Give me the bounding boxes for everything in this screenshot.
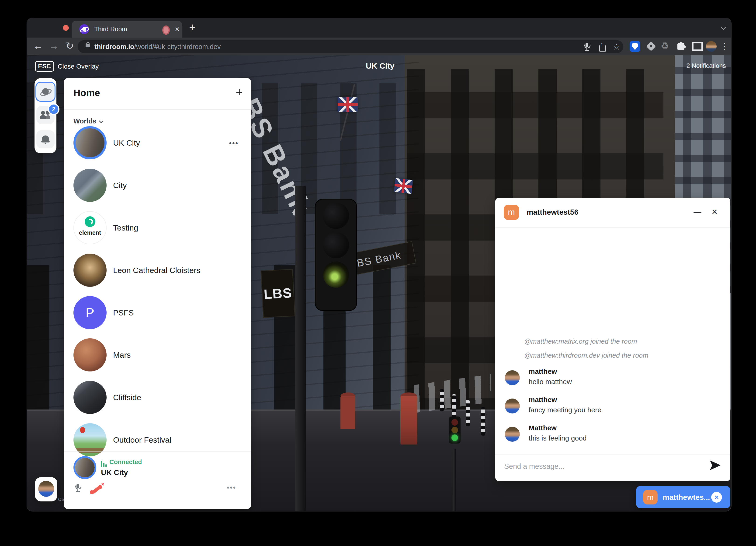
tab-close-icon[interactable]: × (175, 24, 180, 34)
call-pill-avatar: m (643, 490, 658, 504)
extension-recycle-icon[interactable]: ♻ (661, 40, 669, 51)
world-avatar (73, 169, 107, 202)
chat-minimize-icon[interactable] (694, 212, 701, 213)
new-tab-button[interactable]: + (189, 22, 196, 33)
worlds-label: Worlds (73, 117, 96, 125)
extensions-puzzle-icon[interactable] (677, 43, 684, 50)
message-avatar (505, 427, 520, 442)
hangup-call-button[interactable]: × (90, 482, 105, 495)
scene-postbox (340, 395, 355, 429)
mic-permission-icon[interactable] (582, 42, 593, 52)
scene-bollard (440, 389, 444, 411)
left-rail (35, 78, 56, 153)
close-overlay-hint[interactable]: ESC Close Overlay (35, 61, 99, 72)
message-sender: matthew (529, 396, 557, 404)
browser-toolbar: ← → ↻ thirdroom.io/world/#uk-city:thirdr… (27, 38, 731, 55)
world-name: Testing (113, 211, 138, 244)
message-text: hello matthew (529, 378, 572, 386)
scene-union-jack-flag (394, 178, 413, 194)
browser-tab[interactable]: Third Room × (72, 21, 182, 38)
forward-button[interactable]: → (47, 38, 61, 55)
add-world-button[interactable]: + (236, 85, 243, 99)
browser-profile-avatar[interactable] (706, 41, 717, 52)
footer-more-kebab-icon[interactable]: ••• (227, 484, 236, 492)
rail-home-button[interactable] (35, 82, 55, 102)
scene-sign-band: LBS Bank (336, 241, 416, 278)
divider (495, 227, 730, 228)
scene-union-jack-flag (338, 97, 358, 112)
world-title: UK City (366, 61, 395, 70)
tab-recording-indicator-icon (162, 25, 170, 35)
sidebar-title: Home (73, 87, 100, 98)
room-notice: @matthew:matrix.org joined the room (524, 338, 637, 345)
notifications-indicator[interactable]: 2 Notifications (686, 62, 726, 69)
chat-window: m matthewtest56 × @matthew:matrix.org jo… (495, 198, 730, 481)
world-row-mars[interactable]: Mars (64, 338, 251, 372)
scene-bollard (452, 394, 456, 418)
mute-mic-button[interactable] (73, 483, 84, 495)
divider (64, 109, 251, 110)
world-avatar (73, 381, 107, 414)
world-avatar (73, 338, 107, 372)
connected-world-avatar (73, 456, 96, 479)
call-pill-label: matthewtes... (663, 493, 710, 502)
world-row-psfs[interactable]: P PSFS (64, 296, 251, 329)
url-bar[interactable]: thirdroom.io/world/#uk-city:thirdroom.de… (78, 40, 623, 53)
bookmark-star-icon[interactable]: ☆ (611, 42, 622, 52)
scene-traffic-light (315, 199, 357, 311)
scene-sign-lbs: LBS (261, 269, 295, 318)
scene-flagpole (340, 84, 355, 141)
element-logo-icon (85, 216, 95, 227)
send-icon[interactable] (710, 460, 721, 470)
extension-diamond-icon[interactable] (646, 41, 656, 51)
rail-notifications-button[interactable] (36, 130, 55, 148)
world-row-uk-city[interactable]: UK City ••• (64, 126, 251, 159)
user-avatar-tile[interactable] (35, 477, 57, 501)
message-avatar (505, 399, 520, 414)
tab-window-icon[interactable] (692, 42, 703, 51)
world-row-testing[interactable]: element Testing (64, 211, 251, 244)
message-text: fancy meeting you here (529, 406, 601, 414)
element-wordmark: element (74, 229, 106, 236)
signal-bars-icon (101, 461, 108, 467)
chevron-down-icon (99, 119, 103, 123)
reload-button[interactable]: ↻ (63, 38, 77, 55)
scene-bollard (466, 400, 470, 426)
lock-icon (86, 44, 90, 47)
world-name: UK City (113, 126, 140, 159)
browser-menu-kebab-icon[interactable]: ⋮ (718, 38, 731, 55)
url-text: thirdroom.io/world/#uk-city:thirdroom.de… (94, 43, 221, 51)
divider (495, 455, 730, 455)
chat-close-icon[interactable]: × (712, 207, 718, 217)
connected-world-name: UK City (101, 468, 128, 477)
world-row-leon-cathedral[interactable]: Leon Cathedral Cloisters (64, 253, 251, 287)
message-avatar (505, 370, 520, 385)
bitwarden-extension-icon[interactable] (630, 41, 640, 52)
scene-traffic-pole (295, 186, 306, 511)
tab-search-chevron-icon[interactable] (721, 25, 726, 30)
window-close-button[interactable] (63, 25, 69, 31)
back-button[interactable]: ← (31, 38, 45, 55)
close-overlay-label: Close Overlay (58, 63, 99, 70)
thirdroom-favicon-icon (79, 24, 89, 34)
call-pill-close-icon[interactable]: × (711, 492, 722, 503)
message-input[interactable] (504, 459, 696, 474)
share-icon[interactable]: ↑ (597, 42, 608, 52)
world-more-kebab-icon[interactable]: ••• (229, 139, 239, 147)
user-avatar (38, 481, 54, 497)
url-domain: thirdroom.io (94, 43, 134, 50)
world-row-city[interactable]: City (64, 169, 251, 202)
planet-icon (40, 86, 51, 97)
friends-badge: 2 (48, 103, 59, 115)
world-avatar (73, 126, 107, 159)
active-call-pill[interactable]: m matthewtes... × (636, 486, 730, 508)
chat-avatar: m (504, 205, 519, 220)
browser-window: Third Room × + ← → ↻ thirdroom.io/world/… (27, 18, 731, 511)
chat-title: matthewtest56 (527, 208, 578, 216)
message-text: this is feeling good (529, 434, 587, 442)
worlds-section-toggle[interactable]: Worlds (73, 117, 103, 125)
world-avatar (73, 253, 107, 287)
world-viewport[interactable]: LBS Bank LBS Bank LBS es ESC Close Overl… (27, 55, 731, 511)
tab-title: Third Room (94, 26, 127, 33)
world-row-cliffside[interactable]: Cliffside (64, 381, 251, 414)
